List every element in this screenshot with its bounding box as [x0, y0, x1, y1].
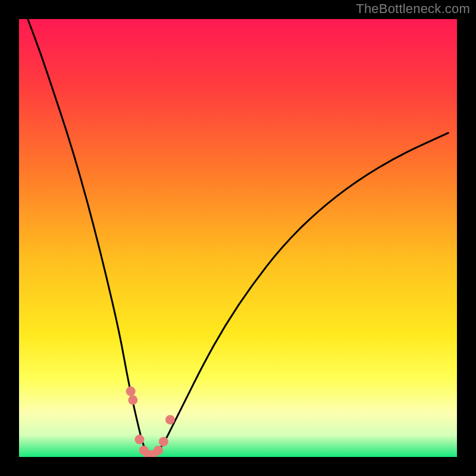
svg-rect-0: [19, 19, 457, 457]
plot-area: [19, 19, 457, 457]
gradient-background: [19, 19, 457, 457]
watermark-text: TheBottleneck.com: [356, 1, 470, 17]
